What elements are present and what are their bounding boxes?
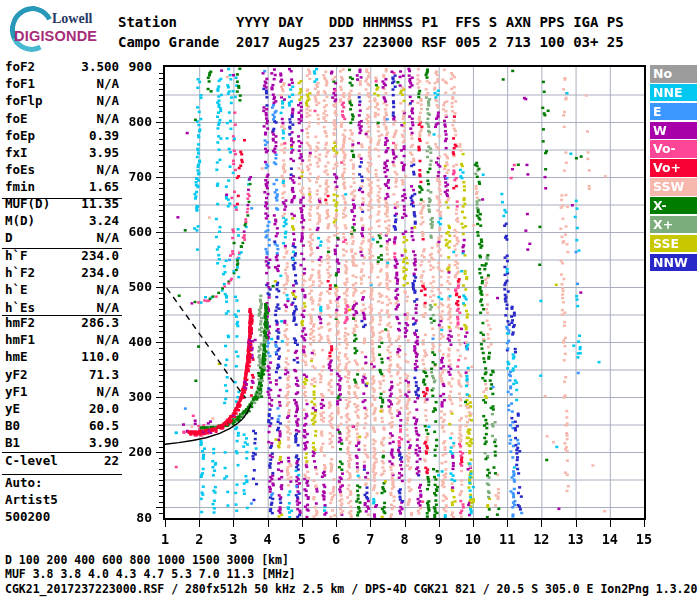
param-label: hmF1 [5,332,35,347]
y-axis-tick [159,254,163,255]
param-label: B0 [5,418,20,433]
y-axis-tick [159,111,163,112]
param-label: B1 [5,435,20,450]
legend-item-e: E [650,103,697,121]
y-axis-tick [159,298,163,299]
x-axis-label-2: 2 [184,531,214,547]
param-value: 71.3 [89,367,119,382]
y-axis-tick [159,353,163,354]
x-axis-label-9: 9 [424,531,454,547]
y-axis-tick [159,199,163,200]
y-axis-tick [159,513,163,514]
x-axis-label-8: 8 [390,531,420,547]
legend-item-x: X- [650,197,697,215]
y-axis-tick [159,331,163,332]
y-axis-label-80: 80 [110,510,152,525]
legend-item-vo: Vo- [650,140,697,158]
x-axis-tick [439,520,440,527]
logo-lowell-text: Lowell [52,11,92,27]
param-row-hE: h`EN/A [5,282,119,297]
y-axis-tick [159,463,163,464]
y-axis-tick [159,326,163,327]
x-axis-tick [302,520,303,527]
x-axis-tick [610,520,611,527]
y-axis-tick [159,337,163,338]
y-axis-tick [159,315,163,316]
y-axis-tick [156,397,163,398]
y-axis-tick [159,183,163,184]
param-row-foEp: foEp0.39 [5,128,119,143]
param-value: 286.3 [81,315,119,330]
y-axis-tick [159,205,163,206]
param-value: 234.0 [81,248,119,263]
y-axis-tick [159,194,163,195]
param-label: foF1 [5,76,35,91]
distance-row: D 100 200 400 600 800 1000 1500 3000 [km… [5,554,289,567]
x-axis-label-11: 11 [492,531,522,547]
param-row-yE: yE20.0 [5,401,119,416]
muf-row: MUF 3.8 3.8 4.0 4.3 4.7 5.3 7.0 11.3 [MH… [5,568,296,581]
x-axis-tick [336,520,337,527]
legend-item-noval: No Val [650,65,697,83]
param-value: N/A [96,93,119,108]
param-label: yF2 [5,367,28,382]
y-axis-tick [159,210,163,211]
param-row-foF2: foF23.500 [5,59,119,74]
param-label: M(D) [5,213,35,228]
y-axis-tick [159,133,163,134]
y-axis-tick [159,78,163,79]
y-axis-tick [159,364,163,365]
param-row-B1: B13.90 [5,435,119,450]
y-axis-tick [159,276,163,277]
y-axis-tick [159,458,163,459]
legend-item-ssw: SSW [650,178,697,196]
y-axis-tick [159,320,163,321]
y-axis-tick [159,282,163,283]
y-axis-tick [159,408,163,409]
y-axis-tick [159,106,163,107]
param-label: hmF2 [5,315,35,330]
y-axis-tick [159,227,163,228]
param-row-foE: foEN/A [5,111,119,126]
y-axis-tick [159,84,163,85]
y-axis-tick [159,117,163,118]
param-label: h`F [5,248,28,263]
y-axis-tick [159,150,163,151]
y-axis-tick [159,496,163,497]
param-label: foE [5,111,28,126]
param-row-hEs: h`EsN/A [5,300,119,315]
y-axis-label-200: 200 [110,444,152,459]
panel-separator [2,452,122,453]
y-axis-tick [159,271,163,272]
param-label: yF1 [5,384,28,399]
y-axis-tick [159,188,163,189]
y-axis-tick [159,216,163,217]
y-axis-tick [159,425,163,426]
y-axis-tick [159,161,163,162]
y-axis-tick [159,469,163,470]
x-axis-label-4: 4 [253,531,283,547]
y-axis-tick [159,293,163,294]
y-axis-tick [159,474,163,475]
station-header: Station YYYY DAY DDD HHMMSS P1 FFS S AXN… [118,13,624,52]
x-axis-tick [165,520,166,527]
y-axis-tick [159,144,163,145]
x-axis-label-10: 10 [458,531,488,547]
y-axis-tick [159,436,163,437]
x-axis-label-13: 13 [561,531,591,547]
logo-digisonde-text: DIGISONDE [14,28,97,44]
digisonde-ionogram-screen: Lowell DIGISONDE Station YYYY DAY DDD HH… [0,0,700,600]
param-label: foF2 [5,59,35,74]
y-axis-tick [159,348,163,349]
y-axis-tick [156,507,163,508]
x-axis-label-3: 3 [218,531,248,547]
x-axis-tick [199,520,200,527]
y-axis-tick [159,166,163,167]
param-label: hmE [5,349,28,364]
x-axis-label-7: 7 [355,531,385,547]
param-value: 234.0 [81,265,119,280]
panel-separator [2,315,122,316]
x-axis-tick [473,520,474,527]
y-axis-tick [159,128,163,129]
y-axis-tick [159,370,163,371]
